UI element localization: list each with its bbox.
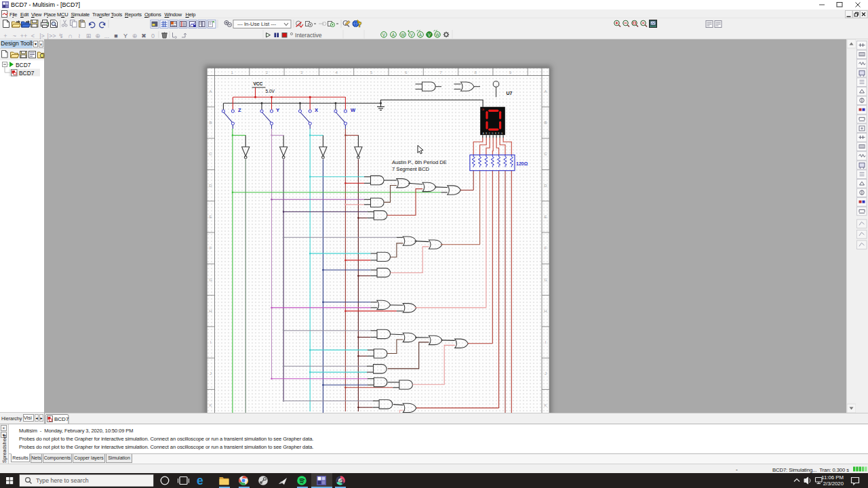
svg-text:2/3/2020: 2/3/2020 xyxy=(823,481,844,487)
svg-text:C: C xyxy=(209,152,212,156)
svg-text:Y: Y xyxy=(276,107,279,113)
svg-text:ABCDEFG: ABCDEFG xyxy=(482,132,504,135)
svg-text:A: A xyxy=(419,33,422,37)
svg-text:|>: |> xyxy=(39,33,45,39)
svg-text:⊕: ⊕ xyxy=(95,33,100,39)
svg-text:~: ~ xyxy=(13,33,16,39)
svg-text:↯: ↯ xyxy=(58,33,64,39)
svg-text:W: W xyxy=(401,33,406,37)
svg-text:Z: Z xyxy=(238,107,241,113)
svg-text:V: V xyxy=(382,33,386,37)
svg-text:|>>: |>> xyxy=(47,33,56,39)
svg-text:W: W xyxy=(351,107,356,113)
svg-text:--- In-Use List ---: --- In-Use List --- xyxy=(237,21,277,27)
svg-text:D: D xyxy=(544,184,547,188)
svg-text:✖: ✖ xyxy=(141,33,146,39)
svg-text:K: K xyxy=(544,403,547,407)
svg-text:e: e xyxy=(197,474,203,487)
svg-text:++: ++ xyxy=(20,33,28,39)
svg-text:7 Segment BCD: 7 Segment BCD xyxy=(392,166,429,172)
svg-text:V: V xyxy=(428,33,431,37)
svg-text:Type here to search: Type here to search xyxy=(36,477,89,484)
svg-text:D: D xyxy=(209,184,212,188)
svg-text:E: E xyxy=(544,215,547,219)
svg-text:11:06 PM: 11:06 PM xyxy=(821,474,844,481)
svg-text:@: @ xyxy=(339,479,344,483)
svg-text:F: F xyxy=(544,246,547,250)
svg-text:J: J xyxy=(210,371,212,375)
svg-text:⊞: ⊞ xyxy=(86,33,92,39)
svg-text:5.0V: 5.0V xyxy=(265,89,275,94)
svg-text:...: ... xyxy=(104,33,110,39)
svg-text:120Ω: 120Ω xyxy=(516,161,528,166)
svg-text:BCD7: BCD7 xyxy=(16,62,31,68)
svg-text:A: A xyxy=(392,33,395,37)
svg-text:B: B xyxy=(209,121,212,125)
svg-text:Y: Y xyxy=(123,33,127,39)
svg-text:+: + xyxy=(3,33,7,39)
svg-text:VCC: VCC xyxy=(253,81,262,86)
svg-text:E: E xyxy=(209,215,212,219)
svg-text:<: < xyxy=(31,33,35,39)
svg-text:G: G xyxy=(544,278,547,282)
svg-text:F: F xyxy=(209,246,212,250)
svg-text:X: X xyxy=(315,107,318,113)
svg-text:⊕: ⊕ xyxy=(132,33,138,39)
svg-text:Interactive: Interactive xyxy=(295,32,322,39)
svg-text:0: 0 xyxy=(151,33,155,39)
svg-text:CA: CA xyxy=(481,108,484,111)
svg-text:G: G xyxy=(209,278,212,282)
svg-text:B: B xyxy=(544,121,547,125)
svg-text:H: H xyxy=(544,309,547,313)
svg-text:≀: ≀ xyxy=(78,33,80,39)
svg-text:K: K xyxy=(209,403,212,407)
svg-text:∩: ∩ xyxy=(68,33,72,39)
svg-text:Spreadsheet: Spreadsheet xyxy=(1,434,7,463)
svg-text:H: H xyxy=(209,309,212,313)
svg-text:BCD7: BCD7 xyxy=(19,70,35,77)
svg-text:C: C xyxy=(544,152,547,156)
svg-text:■: ■ xyxy=(114,33,117,39)
svg-text:W: W xyxy=(435,33,440,37)
svg-text:A: A xyxy=(209,89,212,94)
svg-text:J: J xyxy=(545,371,547,375)
svg-text:V: V xyxy=(410,33,414,37)
svg-text:?: ? xyxy=(357,20,362,28)
svg-text:A: A xyxy=(544,89,547,94)
svg-text:Austin P., 6th Period DE: Austin P., 6th Period DE xyxy=(392,159,447,165)
svg-text:U7: U7 xyxy=(506,91,512,96)
